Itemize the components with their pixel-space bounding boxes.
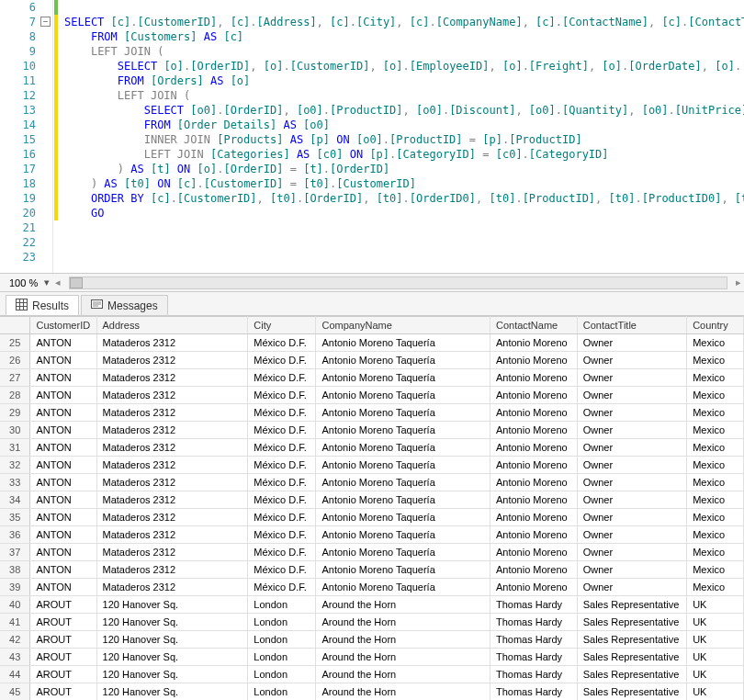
cell[interactable]: UK bbox=[687, 649, 744, 666]
cell[interactable]: Owner bbox=[577, 579, 686, 596]
cell[interactable]: Mataderos 2312 bbox=[96, 474, 248, 491]
cell[interactable]: ANTON bbox=[30, 439, 96, 457]
cell[interactable]: 120 Hanover Sq. bbox=[96, 631, 248, 649]
row-number[interactable]: 42 bbox=[0, 631, 30, 649]
cell[interactable]: London bbox=[248, 631, 316, 649]
table-row[interactable]: 32ANTONMataderos 2312México D.F.Antonio … bbox=[0, 457, 744, 474]
cell[interactable]: Mataderos 2312 bbox=[96, 422, 248, 439]
cell[interactable]: ANTON bbox=[30, 369, 96, 387]
cell[interactable]: Sales Representative bbox=[577, 649, 686, 666]
cell[interactable]: Thomas Hardy bbox=[490, 614, 577, 631]
table-row[interactable]: 25ANTONMataderos 2312México D.F.Antonio … bbox=[0, 334, 744, 352]
cell[interactable]: Mataderos 2312 bbox=[96, 544, 248, 561]
cell[interactable]: Antonio Moreno bbox=[490, 579, 577, 596]
cell[interactable]: ANTON bbox=[30, 561, 96, 579]
cell[interactable]: ANTON bbox=[30, 404, 96, 422]
cell[interactable]: Mataderos 2312 bbox=[96, 387, 248, 404]
cell[interactable]: Thomas Hardy bbox=[490, 666, 577, 683]
cell[interactable]: UK bbox=[687, 596, 744, 614]
cell[interactable]: Mexico bbox=[687, 561, 744, 579]
cell[interactable]: Mexico bbox=[687, 439, 744, 457]
cell[interactable]: Antonio Moreno Taquería bbox=[316, 439, 490, 457]
table-row[interactable]: 37ANTONMataderos 2312México D.F.Antonio … bbox=[0, 544, 744, 561]
cell[interactable]: Antonio Moreno bbox=[490, 369, 577, 387]
zoom-dropdown-icon[interactable]: ▾ bbox=[41, 277, 52, 288]
cell[interactable]: UK bbox=[687, 631, 744, 649]
cell[interactable]: London bbox=[248, 614, 316, 631]
table-row[interactable]: 41AROUT120 Hanover Sq.LondonAround the H… bbox=[0, 614, 744, 631]
cell[interactable]: Antonio Moreno Taquería bbox=[316, 561, 490, 579]
cell[interactable]: Owner bbox=[577, 544, 686, 561]
cell[interactable]: México D.F. bbox=[248, 509, 316, 526]
scroll-right-icon[interactable]: ▸ bbox=[733, 277, 744, 288]
cell[interactable]: Owner bbox=[577, 457, 686, 474]
code-line[interactable]: INNER JOIN [Products] AS [p] ON [o0].[Pr… bbox=[64, 132, 744, 147]
cell[interactable]: Antonio Moreno Taquería bbox=[316, 526, 490, 544]
cell[interactable]: Around the Horn bbox=[316, 649, 490, 666]
cell[interactable]: México D.F. bbox=[248, 474, 316, 491]
fold-icon[interactable]: − bbox=[40, 17, 51, 27]
row-number[interactable]: 32 bbox=[0, 457, 30, 474]
scroll-left-icon[interactable]: ◂ bbox=[52, 277, 63, 288]
cell[interactable]: Mataderos 2312 bbox=[96, 526, 248, 544]
cell[interactable]: Mexico bbox=[687, 387, 744, 404]
code-line[interactable]: SELECT [o0].[OrderID], [o0].[ProductID],… bbox=[64, 103, 744, 118]
cell[interactable]: México D.F. bbox=[248, 544, 316, 561]
cell[interactable]: Owner bbox=[577, 526, 686, 544]
cell[interactable]: Sales Representative bbox=[577, 631, 686, 649]
cell[interactable]: 120 Hanover Sq. bbox=[96, 666, 248, 683]
cell[interactable]: Owner bbox=[577, 509, 686, 526]
cell[interactable]: 120 Hanover Sq. bbox=[96, 649, 248, 666]
cell[interactable]: México D.F. bbox=[248, 422, 316, 439]
cell[interactable]: ANTON bbox=[30, 579, 96, 596]
table-row[interactable]: 33ANTONMataderos 2312México D.F.Antonio … bbox=[0, 474, 744, 491]
cell[interactable]: Sales Representative bbox=[577, 596, 686, 614]
cell[interactable]: Owner bbox=[577, 369, 686, 387]
cell[interactable]: Mataderos 2312 bbox=[96, 579, 248, 596]
column-header[interactable]: CompanyName bbox=[316, 317, 490, 334]
row-number[interactable]: 36 bbox=[0, 526, 30, 544]
row-number[interactable]: 37 bbox=[0, 544, 30, 561]
table-row[interactable]: 30ANTONMataderos 2312México D.F.Antonio … bbox=[0, 422, 744, 439]
cell[interactable]: London bbox=[248, 683, 316, 701]
results-grid[interactable]: CustomerIDAddressCityCompanyNameContactN… bbox=[0, 316, 744, 700]
cell[interactable]: Antonio Moreno Taquería bbox=[316, 457, 490, 474]
row-number[interactable]: 45 bbox=[0, 683, 30, 701]
cell[interactable]: UK bbox=[687, 683, 744, 701]
code-line[interactable]: SELECT [o].[OrderID], [o].[CustomerID], … bbox=[64, 59, 744, 73]
cell[interactable]: UK bbox=[687, 614, 744, 631]
table-row[interactable]: 44AROUT120 Hanover Sq.LondonAround the H… bbox=[0, 666, 744, 683]
cell[interactable]: Mataderos 2312 bbox=[96, 561, 248, 579]
cell[interactable]: Antonio Moreno bbox=[490, 544, 577, 561]
code-area[interactable]: SELECT [c].[CustomerID], [c].[Address], … bbox=[59, 0, 744, 273]
cell[interactable]: AROUT bbox=[30, 666, 96, 683]
zoom-level[interactable]: 100 % bbox=[0, 277, 41, 288]
column-header[interactable]: ContactTitle bbox=[577, 317, 686, 334]
cell[interactable]: México D.F. bbox=[248, 526, 316, 544]
row-number[interactable]: 25 bbox=[0, 334, 30, 352]
cell[interactable]: ANTON bbox=[30, 387, 96, 404]
cell[interactable]: Sales Representative bbox=[577, 666, 686, 683]
cell[interactable]: Antonio Moreno bbox=[490, 439, 577, 457]
row-number[interactable]: 34 bbox=[0, 491, 30, 509]
column-header[interactable]: Address bbox=[96, 317, 248, 334]
row-number[interactable]: 31 bbox=[0, 439, 30, 457]
cell[interactable]: Mexico bbox=[687, 404, 744, 422]
cell[interactable]: Mexico bbox=[687, 544, 744, 561]
cell[interactable]: London bbox=[248, 666, 316, 683]
horizontal-scrollbar[interactable] bbox=[69, 277, 727, 289]
row-number[interactable]: 26 bbox=[0, 352, 30, 369]
cell[interactable]: Mexico bbox=[687, 579, 744, 596]
code-line[interactable] bbox=[64, 235, 744, 250]
code-line[interactable]: LEFT JOIN ( bbox=[64, 88, 744, 103]
cell[interactable]: México D.F. bbox=[248, 334, 316, 352]
cell[interactable]: Around the Horn bbox=[316, 683, 490, 701]
cell[interactable]: ANTON bbox=[30, 422, 96, 439]
cell[interactable]: Antonio Moreno bbox=[490, 404, 577, 422]
column-header[interactable]: CustomerID bbox=[30, 317, 96, 334]
cell[interactable]: Owner bbox=[577, 491, 686, 509]
cell[interactable]: Mataderos 2312 bbox=[96, 352, 248, 369]
cell[interactable]: Mexico bbox=[687, 422, 744, 439]
cell[interactable]: ANTON bbox=[30, 334, 96, 352]
cell[interactable]: Antonio Moreno Taquería bbox=[316, 334, 490, 352]
